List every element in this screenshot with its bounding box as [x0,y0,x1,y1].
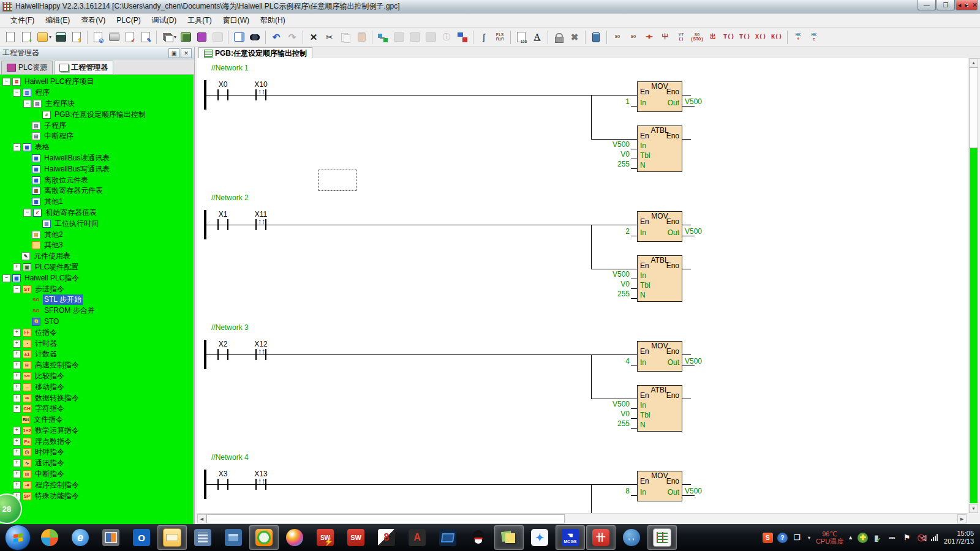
element-list-button[interactable]: 123 [513,29,529,45]
menu-item-6[interactable]: 窗口(W) [217,13,255,28]
stl-start-button[interactable]: SO [609,29,625,45]
collapse-icon[interactable]: − [2,274,10,282]
tray-network-signal-icon[interactable] [931,534,938,541]
tree-item-19[interactable]: −ST步进指令 [0,283,194,294]
tab-close-icon[interactable]: ✕ [972,1,978,9]
hk-add-button[interactable]: HK + [790,29,806,45]
tree-item-6[interactable]: −▦表格 [0,142,194,153]
tree-item-30[interactable]: +CH字符指令 [0,403,194,414]
scroll-right-icon[interactable]: ▶ [957,514,967,523]
taskbar-app-remote-window[interactable] [433,525,462,550]
tray-power-plug-icon[interactable]: ⎓ [887,533,897,543]
expand-icon[interactable]: + [13,329,21,337]
probe-button[interactable]: ʃ [476,29,492,45]
tree-item-16[interactable]: ✎元件使用表 [0,251,194,262]
tree-item-8[interactable]: ▦HaiwellBus写通讯表 [0,163,194,174]
tree-item-2[interactable]: −▤主程序块 [0,99,194,110]
coil-t-button[interactable]: T⟨⟩ [721,29,737,45]
taskbar-app-calculator[interactable] [188,525,217,550]
tree-item-10[interactable]: ▦离散寄存器元件表 [0,186,194,197]
tray-window-restore-icon[interactable]: ❐ [792,533,802,543]
tree-item-1[interactable]: −▥程序 [0,88,194,99]
pin-icon[interactable]: ▣ [168,48,179,58]
tree-item-31[interactable]: Bit文件指令 [0,414,194,425]
tree-item-9[interactable]: ▦离散位元件表 [0,174,194,186]
pls-trace-button[interactable]: PLS ⊓⊔⊓ [492,29,508,45]
tree-item-27[interactable]: +>=比较指令 [0,371,194,382]
tree-item-35[interactable]: +∿通讯指令 [0,458,194,469]
tree-item-23[interactable]: +⊦⊦位指令 [0,327,194,338]
taskbar-app-blue-bird[interactable]: ✦ [525,525,554,550]
taskbar-app-media-sphere[interactable] [280,525,309,550]
tree-item-24[interactable]: +◔计时器 [0,338,194,349]
options-button[interactable] [231,29,247,45]
save-button[interactable] [53,29,69,45]
collapse-icon[interactable]: − [23,209,31,217]
taskbar-app-outlook[interactable]: O [127,525,156,550]
tree-item-17[interactable]: +▣PLC硬件配置 [0,262,194,273]
minimize-button[interactable]: — [918,0,936,10]
tree-item-26[interactable]: +H高速控制指令 [0,360,194,371]
tree-item-36[interactable]: +ılı中断指令 [0,469,194,480]
taskbar-app-haiwellhappy[interactable] [647,525,677,550]
scroll-down-icon[interactable]: ▼ [969,504,978,513]
expand-icon[interactable]: + [13,350,21,358]
collapse-icon[interactable]: − [23,100,31,108]
taskbar-app-system-panel[interactable] [219,525,248,550]
taskbar-app-mcgs[interactable]: ☚MCGS [556,525,585,550]
contact-no-button[interactable]: ⊣⊢ [641,29,657,45]
tree-item-28[interactable]: +↔移动指令 [0,381,194,392]
horizontal-scrollbar[interactable]: ◀ ▶ [197,513,968,524]
expand-icon[interactable]: + [13,405,21,413]
tray-usb-icon[interactable]: ▮✔ [872,533,883,543]
tree-item-15[interactable]: 其他3 [0,240,194,251]
scroll-up-icon[interactable]: ▲ [969,58,978,67]
tree-item-7[interactable]: ▦HaiwellBus读通讯表 [0,153,194,164]
scroll-left-icon[interactable]: ◀ [197,514,206,523]
font-button[interactable]: A [529,29,545,45]
menu-item-7[interactable]: 帮助(H) [255,13,291,28]
find-button[interactable] [247,29,263,45]
lock-button[interactable] [551,29,567,45]
tree-item-21[interactable]: SOSFROM 步合并 [0,305,194,317]
tray-action-flag-icon[interactable]: ⚑ [902,533,912,543]
new-file-button[interactable] [2,29,18,45]
taskbar-app-design-8[interactable]: 8 [372,525,401,550]
contact-h-button[interactable]: 出 [705,29,721,45]
taskbar-app-solidworks-sim[interactable]: SW⚡ [311,525,340,550]
start-button[interactable] [5,525,31,550]
import-button[interactable]: ⇧ [69,29,85,45]
tray-help-icon[interactable]: ? [777,533,788,543]
tab-plc-resource[interactable]: PLC资源 [1,61,53,74]
plc-resource-button[interactable] [194,29,209,45]
print-preview-button[interactable]: ◎ [90,29,106,45]
tree-item-13[interactable]: ▦工位执行时间 [0,218,194,229]
coil-y7-button[interactable]: Y7 ⟨⟩ [673,29,689,45]
coil-k-button[interactable]: K⟨⟩ [769,29,785,45]
taskbar-clock[interactable]: 15:05 2017/2/13 [944,530,974,545]
hidden-icons-arrow-icon[interactable]: ▲ [848,534,853,541]
taskbar-app-pinwheel[interactable] [35,525,64,550]
selection-cursor[interactable] [318,170,356,191]
tray-dropdown-icon[interactable]: ▾ [807,533,812,543]
coil-t2-button[interactable]: T⟨⟩ [737,29,753,45]
hk-edit-button[interactable]: HK ⊏ [806,29,822,45]
check-program-button[interactable]: ✓ [122,29,138,45]
taskbar-app-360-browser[interactable] [249,525,279,550]
vscroll-thumb[interactable] [969,67,978,148]
expand-icon[interactable]: + [13,470,21,478]
tab-next-icon[interactable]: ▸ [965,1,968,9]
cut-button[interactable]: ✂ [322,29,337,45]
coil-x-button[interactable]: X⟨⟩ [753,29,769,45]
delete-button[interactable]: ✕ [306,29,322,45]
tab-project-manager[interactable]: 工程管理器 [54,61,113,74]
tree-item-32[interactable]: +1+2数学运算指令 [0,425,194,437]
print-button[interactable] [106,29,122,45]
tree-item-38[interactable]: +SP特殊功能指令 [0,490,194,501]
tree-item-33[interactable]: +Fx浮点数指令 [0,436,194,447]
collapse-icon[interactable]: − [13,143,21,151]
tree-item-29[interactable]: +⇒数据转换指令 [0,392,194,403]
tree-item-4[interactable]: ▤子程序 [0,120,194,131]
open-file-button[interactable] [34,29,50,45]
expand-icon[interactable]: + [13,448,21,456]
